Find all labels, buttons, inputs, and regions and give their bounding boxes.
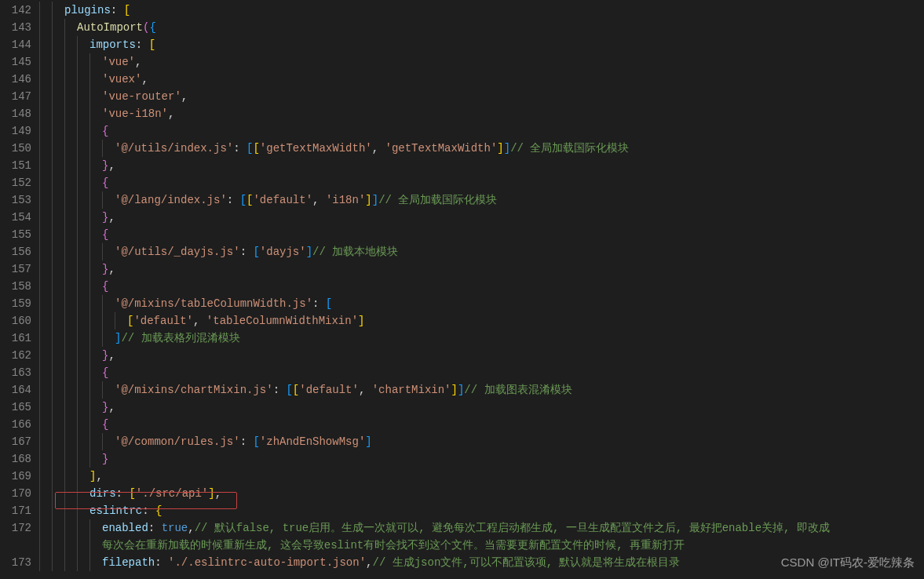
line-number: 155 [0, 226, 31, 243]
line-number: 171 [0, 502, 31, 519]
code-line: { [39, 278, 924, 295]
code-line: ['default', 'tableColumnWidthMixin'] [39, 312, 924, 330]
line-number: 148 [0, 105, 31, 122]
code-line: { [39, 364, 924, 381]
line-number-gutter: 1421431441451461471481491501511521531541… [0, 0, 39, 579]
code-line: } [39, 450, 924, 468]
code-line: imports: [ [39, 36, 924, 53]
code-line: ], [39, 468, 924, 485]
code-line: filepath: './.eslintrc-auto-import.json'… [39, 554, 924, 571]
code-line: '@/mixins/chartMixin.js': [['default', '… [39, 381, 924, 399]
code-line: { [39, 122, 924, 140]
code-line: { [39, 226, 924, 243]
line-number: 151 [0, 157, 31, 174]
code-line: { [39, 174, 924, 191]
code-line: ] // 加载表格列混淆模块 [39, 330, 924, 347]
line-number: 173 [0, 554, 31, 571]
code-line: plugins: [ [39, 2, 924, 19]
line-number: 168 [0, 450, 31, 468]
code-line: { [39, 416, 924, 433]
line-number: 146 [0, 71, 31, 88]
code-line: '@/utils/index.js': [['getTextMaxWidth',… [39, 140, 924, 157]
code-line: }, [39, 399, 924, 416]
line-number: 163 [0, 364, 31, 381]
code-line: eslintrc: { [39, 502, 924, 519]
line-number: 145 [0, 53, 31, 71]
line-number: 158 [0, 278, 31, 295]
code-line: }, [39, 209, 924, 226]
code-line: 'vuex', [39, 71, 924, 88]
code-line: dirs: ['./src/api'], [39, 485, 924, 502]
code-line: 'vue-router', [39, 88, 924, 105]
code-line: '@/lang/index.js': [['default', 'i18n']]… [39, 191, 924, 209]
line-number: 157 [0, 260, 31, 278]
line-number: 167 [0, 433, 31, 450]
line-number: 154 [0, 209, 31, 226]
line-number: 161 [0, 330, 31, 347]
code-line: 'vue-i18n', [39, 105, 924, 122]
line-number: 152 [0, 174, 31, 191]
code-line: }, [39, 347, 924, 364]
code-line: 'vue', [39, 53, 924, 71]
line-number: 172 [0, 519, 31, 537]
line-number: 165 [0, 399, 31, 416]
code-line: '@/mixins/tableColumnWidth.js': [ [39, 295, 924, 312]
line-number: 149 [0, 122, 31, 140]
code-line: '@/common/rules.js': ['zhAndEnShowMsg'] [39, 433, 924, 450]
line-number: 143 [0, 19, 31, 36]
code-editor[interactable]: 1421431441451461471481491501511521531541… [0, 0, 924, 579]
line-number: 159 [0, 295, 31, 312]
line-number: 150 [0, 140, 31, 157]
code-area[interactable]: plugins: [AutoImport({imports: ['vue','v… [39, 0, 924, 579]
line-number: 164 [0, 381, 31, 399]
line-number: 156 [0, 243, 31, 260]
code-line: 每次会在重新加载的时候重新生成, 这会导致eslint有时会找不到这个文件。当需… [39, 537, 924, 554]
line-number: 153 [0, 191, 31, 209]
line-number: 144 [0, 36, 31, 53]
line-number: 142 [0, 2, 31, 19]
line-number: 170 [0, 485, 31, 502]
line-number: 166 [0, 416, 31, 433]
code-line: AutoImport({ [39, 19, 924, 36]
code-line: }, [39, 157, 924, 174]
code-line: }, [39, 260, 924, 278]
code-line: enabled: true, // 默认false, true启用。生成一次就可… [39, 519, 924, 537]
code-line: '@/utils/_dayjs.js': ['dayjs'] // 加载本地模块 [39, 243, 924, 260]
line-number: 147 [0, 88, 31, 105]
line-number: 160 [0, 312, 31, 330]
line-number: 162 [0, 347, 31, 364]
line-number: 169 [0, 468, 31, 485]
